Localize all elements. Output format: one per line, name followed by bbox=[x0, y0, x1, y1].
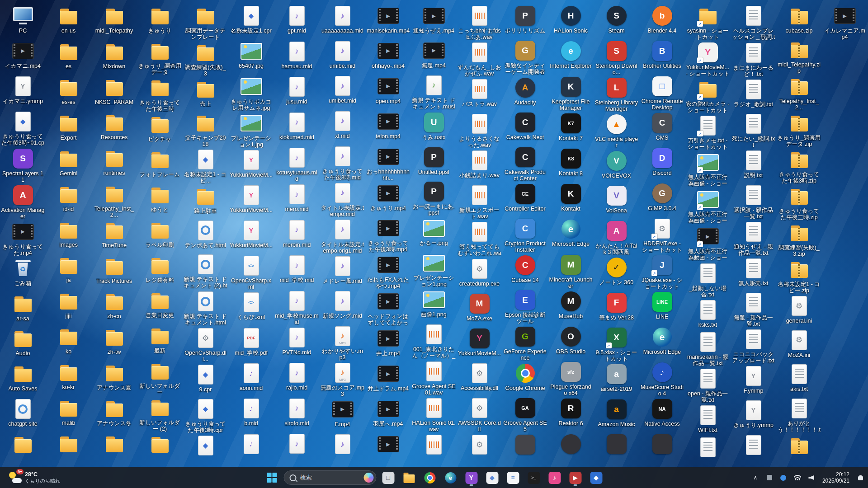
desktop-icon[interactable]: ↗無人販売不正行為画像 - ショートカット bbox=[685, 187, 731, 224]
desktop-icon[interactable]: id-id bbox=[46, 182, 91, 218]
desktop-icon[interactable]: _起動しない場合.txt bbox=[685, 261, 731, 298]
desktop-icon[interactable]: ♪メドレー風.mid bbox=[320, 254, 365, 289]
desktop-icon[interactable]: 小銭詰まり.wav bbox=[457, 148, 502, 183]
desktop-icon[interactable]: NANative Access bbox=[639, 397, 685, 432]
desktop-icon[interactable]: 父子キャンプ2018 bbox=[183, 111, 228, 147]
desktop-icon[interactable]: CCakewalk Product Center bbox=[502, 145, 548, 182]
desktop-icon[interactable]: アナウンス夏 bbox=[91, 361, 137, 396]
desktop-icon[interactable]: AActivation Manager bbox=[0, 183, 46, 220]
desktop-icon[interactable]: cubase.zip bbox=[776, 4, 822, 38]
desktop-icon[interactable]: zh-tw bbox=[91, 325, 137, 361]
desktop-icon[interactable]: eMicrosoft Edge bbox=[639, 325, 685, 360]
desktop-wallpaper[interactable]: { "desktop": { "columns": [ {"items":[ {… bbox=[0, 0, 868, 488]
desktop-icon[interactable] bbox=[137, 432, 183, 467]
desktop-icon[interactable]: YYukkuriMovieM... bbox=[457, 326, 502, 361]
desktop-icon[interactable]: 名称未設定1 - コピー.zip bbox=[776, 257, 822, 294]
desktop-icon[interactable]: YYukkuriMovieM... bbox=[228, 148, 274, 183]
tray-app-icon[interactable] bbox=[764, 471, 774, 484]
video-editor-app[interactable]: Y bbox=[462, 469, 481, 487]
desktop-icon[interactable]: es bbox=[46, 39, 91, 75]
desktop-icon[interactable]: SSpectraLayers 11 bbox=[0, 146, 46, 183]
desktop-icon[interactable]: ♪xl.mid bbox=[320, 109, 365, 144]
desktop-icon[interactable]: 画像1.png bbox=[411, 287, 457, 322]
desktop-icon[interactable]: akis.txt bbox=[776, 362, 822, 396]
desktop-icon[interactable] bbox=[548, 432, 594, 467]
desktop-icon[interactable]: eMicrosoft Edge bbox=[548, 217, 594, 252]
desktop-icon[interactable] bbox=[46, 432, 91, 467]
desktop-icon[interactable]: 調査練習(失敗)_3 bbox=[183, 40, 228, 77]
desktop-icon[interactable]: YYukkuriMovieM... bbox=[228, 183, 274, 218]
desktop-icon[interactable] bbox=[731, 433, 776, 467]
desktop-icon[interactable]: VVOICEVOX bbox=[594, 149, 639, 184]
desktop-icon[interactable]: きゅうり_調査用データ bbox=[137, 39, 183, 75]
desktop-icon[interactable]: アナウンス冬 bbox=[91, 396, 137, 432]
desktop-icon[interactable]: ♪hamusu.mid bbox=[274, 39, 320, 75]
chrome[interactable] bbox=[421, 469, 439, 487]
desktop-icon[interactable]: ニコニコバックアップロード.txt bbox=[731, 327, 776, 364]
desktop-icon[interactable]: Yきゅうり.ymmp bbox=[731, 398, 776, 432]
desktop-icon[interactable]: Y↗YukkuriMovieM... - ショートカット bbox=[685, 40, 731, 77]
system-app[interactable]: □ bbox=[379, 469, 397, 487]
desktop-icon[interactable]: ♪jusu.mid bbox=[274, 75, 320, 110]
desktop-icon[interactable]: ↗万引きメモ.txt - ショートカット bbox=[685, 113, 731, 150]
desktop-icon[interactable]: □Chrome Remote Desktop bbox=[639, 74, 685, 111]
desktop-icon[interactable]: midi_Telepathy.zip bbox=[776, 38, 822, 74]
blue-app[interactable]: ◆ bbox=[587, 469, 605, 487]
desktop-icon[interactable]: ▶open.mp4 bbox=[365, 74, 411, 109]
desktop-icon[interactable]: ▶teion.mp4 bbox=[365, 109, 411, 145]
desktop-icon[interactable]: 調査用データテンプレート bbox=[183, 4, 228, 40]
desktop-icon[interactable]: 死にたい_歌詞.txt bbox=[731, 112, 776, 148]
desktop-icon[interactable]: ヘルスコンプレッション＿歌詞.txt bbox=[731, 4, 776, 41]
desktop-icon[interactable]: よりうるさくなった.wav bbox=[457, 112, 502, 148]
desktop-icon[interactable]: ▶↗無人販売不正行為動画 - ショートカッ... bbox=[685, 224, 731, 261]
search-box[interactable]: 検索 bbox=[284, 470, 377, 485]
desktop-icon[interactable]: open - 親作品一覧.txt bbox=[685, 366, 731, 403]
start-button[interactable] bbox=[263, 469, 281, 487]
desktop-icon[interactable]: ♻ごみ箱 bbox=[0, 256, 46, 291]
desktop-icon[interactable]: ♪タイトル未設定.tempo.orig1.mid bbox=[320, 217, 365, 254]
desktop-icon[interactable]: ♪タイトル未設定.tempo.mid bbox=[320, 181, 365, 217]
desktop-icon[interactable]: OOBS Studio bbox=[548, 324, 594, 360]
desktop-icon[interactable]: ◆きゅうり食ってた午後3時~01.cpr bbox=[0, 109, 46, 146]
desktop-icon[interactable]: ▶ bbox=[365, 432, 411, 467]
desktop-icon[interactable]: 無人販売.txt bbox=[731, 256, 776, 291]
desktop-icon[interactable]: <>くらび.xml bbox=[228, 290, 274, 325]
desktop-icon[interactable]: ⚙AWSSDK.Core.dll bbox=[457, 396, 502, 432]
desktop-icon[interactable] bbox=[776, 433, 822, 467]
desktop-icon[interactable]: chatgpt-site bbox=[0, 397, 46, 432]
desktop-icon[interactable]: EEpson 接続診断ツール bbox=[502, 288, 548, 324]
desktop-icon[interactable]: きゅうりボカコレ用サムネ.jpg bbox=[228, 75, 274, 111]
file-explorer[interactable] bbox=[400, 469, 418, 487]
desktop-icon[interactable]: テンポあて.html bbox=[183, 218, 228, 252]
desktop-icon[interactable]: BBrother Utilities bbox=[639, 39, 685, 74]
desktop-icon[interactable]: ko bbox=[46, 324, 91, 360]
desktop-icon[interactable]: ▶ヘッドフォンはずしててよかった.mp4 bbox=[365, 289, 411, 326]
desktop-icon[interactable]: ♪mero.mid bbox=[274, 182, 320, 218]
desktop-icon[interactable]: Aかんたん！AITalk 3 関西風 bbox=[594, 219, 639, 255]
desktop-icon[interactable]: ar-sa bbox=[0, 291, 46, 327]
copilot-icon[interactable] bbox=[364, 473, 374, 483]
desktop-icon[interactable]: ⚙createdump.exe bbox=[457, 257, 502, 291]
desktop-icon[interactable]: ▶manisekarin.mp4 bbox=[365, 4, 411, 39]
desktop-icon[interactable]: ◆ bbox=[183, 433, 228, 467]
desktop-icon[interactable]: ◆9.cpr bbox=[183, 362, 228, 396]
desktop-icon[interactable]: きゅうり食ってた午後三時.zip bbox=[776, 184, 822, 221]
music-app[interactable]: ♪ bbox=[546, 469, 564, 487]
desktop-icon[interactable]: J↗JQuake.exe - ショートカット bbox=[639, 253, 685, 290]
desktop-icon[interactable]: Images bbox=[46, 218, 91, 253]
desktop-icon[interactable] bbox=[594, 432, 639, 467]
volume-icon[interactable] bbox=[807, 471, 816, 484]
desktop-icon[interactable]: WIFI.txt bbox=[685, 403, 731, 435]
desktop-icon[interactable]: Auto Saves bbox=[0, 361, 46, 397]
desktop-icon[interactable]: 営業日変更 bbox=[137, 288, 183, 324]
desktop-icon[interactable]: ▶井上ドラム.mp4 bbox=[365, 361, 411, 397]
desktop-icon[interactable]: こっちbhすおfdsbぶあ.wav bbox=[457, 4, 502, 40]
desktop-icon[interactable]: ♪MuseScore Studio 4 bbox=[639, 360, 685, 397]
desktop-icon[interactable]: MMinecraft Launcher bbox=[548, 253, 594, 289]
desktop-icon[interactable]: Audio bbox=[0, 326, 46, 361]
desktop-icon[interactable]: 答え知っててもむずいわこれ.wav bbox=[457, 220, 502, 257]
desktop-icon[interactable]: midi_Telepathy bbox=[91, 4, 137, 39]
desktop-icon[interactable]: ja bbox=[46, 253, 91, 289]
desktop-icon[interactable]: レジ袋有料 bbox=[137, 253, 183, 288]
desktop-icon[interactable]: manisekarin - 親作品一覧.txt bbox=[685, 330, 731, 366]
